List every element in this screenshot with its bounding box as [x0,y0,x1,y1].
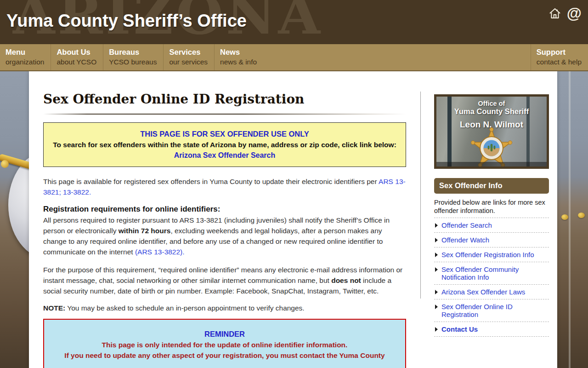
email-at-icon[interactable]: @ [567,6,582,21]
bullet-triangle-icon [435,253,438,257]
nav-item-about-us[interactable]: About Us about YCSO [51,44,103,70]
within-72-hours-bold: within 72 hours [119,227,171,235]
sidebar-link-offender-search[interactable]: Offender Search [434,218,549,233]
reminder-line-1: This page is only intended for the updat… [44,339,405,350]
sidebar-link-offender-watch[interactable]: Offender Watch [434,233,549,247]
intro-paragraph: This page is available for registered se… [43,176,406,197]
badge-knob-ornament [1,160,9,168]
sidebar-link-online-id-registration[interactable]: Sex Offender Online ID Registration [434,299,549,322]
sidebar-intro-text: Provided below are links for more sex of… [434,198,549,215]
gold-ornament-dot [578,213,585,218]
sidebar-link-arizona-laws[interactable]: Arizona Sex Offender Laws [434,285,549,299]
note-paragraph: NOTE: You may be asked to schedule an in… [43,303,406,313]
sidebar-link-community-notification[interactable]: Sex Offender Community Notification Info [434,262,549,285]
home-icon[interactable] [548,7,561,20]
content-area: Sex Offender Online ID Registration THIS… [29,71,557,368]
ars-13-3822-link[interactable]: (ARS 13-3822). [135,248,185,256]
title-divider [43,114,406,115]
sidebar: Office of Yuma County Sheriff Leon N. Wi… [434,71,549,368]
sheriff-office-photo: Office of Yuma County Sheriff Leon N. Wi… [434,94,549,169]
reminder-line-2: If you need to update any other aspect o… [44,350,405,361]
requirements-heading: Registration requirements for online ide… [43,204,406,214]
does-not-bold: does not [331,276,361,284]
bullet-triangle-icon [435,267,438,272]
alert-text: To search for sex offenders within the s… [47,139,402,150]
sidebar-link-contact-us[interactable]: Contact Us [434,322,549,337]
bullet-triangle-icon [435,305,438,309]
main-column: Sex Offender Online ID Registration THIS… [43,71,406,368]
sidebar-links: Offender Search Offender Watch Sex Offen… [434,218,549,337]
bullet-triangle-icon [435,290,438,294]
background-streak [569,71,571,368]
bullet-triangle-icon [435,327,438,332]
photo-caption-line2: Yuma County Sheriff [436,107,547,116]
note-label: NOTE: [43,304,65,312]
bullet-triangle-icon [435,238,438,242]
site-title: Yuma County Sheriff’s Office [6,11,247,31]
sidebar-panel-title: Sex Offender Info [434,178,549,194]
requirements-paragraph: All persons required to register pursuan… [43,215,406,257]
photo-caption-line1: Office of [436,100,547,107]
nav-item-support[interactable]: Support contact & help [531,44,588,70]
nav-item-bureaus[interactable]: Bureaus YCSO bureaus [103,44,163,70]
gold-ornament-dot [561,214,568,220]
alert-heading: THIS PAGE IS FOR SEX OFFENDER USE ONLY [47,129,402,139]
page-title: Sex Offender Online ID Registration [43,92,406,107]
nav-item-services[interactable]: Services our services [163,44,214,70]
bullet-triangle-icon [435,223,438,228]
nav-spacer [263,44,531,70]
offender-use-only-alert: THIS PAGE IS FOR SEX OFFENDER USE ONLY T… [43,122,406,167]
main-nav: Menu organization About Us about YCSO Bu… [0,44,588,71]
site-header: ARIZONA Yuma County Sheriff’s Office @ [0,0,588,44]
reminder-title: REMINDER [44,329,405,339]
photo-bottom-edge [436,162,547,167]
column-divider [420,92,421,299]
sidebar-link-registration-info[interactable]: Sex Offender Registration Info [434,247,549,262]
reminder-box: REMINDER This page is only intended for … [43,319,406,368]
note-text: You may be asked to schedule an in-perso… [65,304,304,312]
arizona-sex-offender-search-link[interactable]: Arizona Sex Offender Search [174,151,276,159]
identifier-definition-paragraph: For the purpose of this requirement, “re… [43,264,406,296]
nav-item-news[interactable]: News news & info [214,44,263,70]
intro-text: This page is available for registered se… [43,178,379,185]
nav-item-menu[interactable]: Menu organization [0,44,51,70]
